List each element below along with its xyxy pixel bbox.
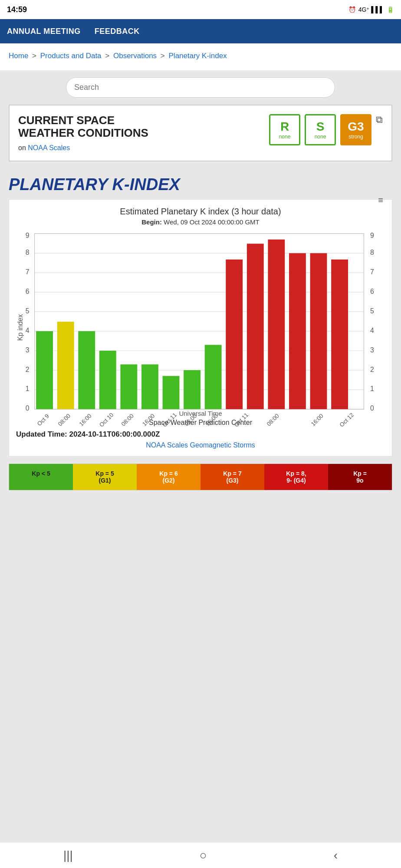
svg-text:7: 7 [26,268,30,276]
svg-text:8: 8 [370,249,374,256]
svg-text:0: 0 [370,405,374,412]
svg-rect-45 [310,253,327,409]
alarm-icon: ⏰ [348,6,356,13]
status-time: 14:59 [7,5,27,14]
nav-menu-button[interactable]: ||| [63,848,73,862]
nav-back-button[interactable]: ‹ [334,848,338,862]
breadcrumb-current[interactable]: Planetary K-index [169,52,227,60]
svg-rect-46 [331,260,348,409]
search-input[interactable] [66,77,335,98]
scale-cell-3: Kp = 7(G3) [200,464,264,490]
svg-text:3: 3 [370,346,374,354]
badge-r: R none [269,114,300,145]
breadcrumb: Home > Products and Data > Observations … [0,43,401,70]
chart-noaa-link[interactable]: NOAA Scales Geomagnetic Storms [16,441,385,449]
svg-rect-43 [268,240,285,409]
svg-text:2: 2 [370,366,374,373]
svg-rect-36 [120,365,137,409]
svg-text:Oct 9: Oct 9 [36,413,50,427]
chart-menu-icon[interactable]: ≡ [378,195,383,205]
nav-annual-meeting[interactable]: Annual Meeting [7,27,81,36]
breadcrumb-sep-1: > [32,52,39,60]
expand-icon[interactable]: ⧉ [376,114,383,125]
badge-g3-letter: G3 [348,120,364,134]
svg-text:6: 6 [370,288,374,295]
svg-text:16:00: 16:00 [78,413,92,427]
page-title: Planetary K-Index [0,168,401,199]
svg-text:Oct 11: Oct 11 [233,412,250,428]
chart-begin-value: Wed, 09 Oct 2024 00:00:00 GMT [164,218,260,226]
svg-rect-32 [36,331,53,409]
svg-text:4: 4 [370,327,374,334]
svg-rect-34 [78,331,95,409]
badge-s-label: none [315,134,326,140]
svg-text:2: 2 [26,366,30,373]
svg-text:Oct 10: Oct 10 [98,412,115,428]
noaa-scales-link[interactable]: NOAA Scales [28,144,70,151]
breadcrumb-sep-2: > [105,52,112,60]
breadcrumb-sep-3: > [161,52,167,60]
nav-home-button[interactable]: ○ [200,848,207,862]
badge-s-letter: S [316,120,325,134]
bottom-nav: ||| ○ ‹ [0,842,401,868]
svg-rect-41 [226,260,243,409]
breadcrumb-observations[interactable]: Observations [113,52,157,60]
signal-icon: 4G⁺ ▌▌▌ [358,6,384,13]
svg-text:7: 7 [370,268,374,276]
scale-cell-5: Kp =9o [328,464,392,490]
badge-group: R none S none G3 strong [269,114,371,145]
svg-text:08:00: 08:00 [57,413,72,427]
svg-rect-33 [57,322,74,409]
badge-s: S none [305,114,336,145]
svg-text:1: 1 [26,385,30,393]
breadcrumb-products[interactable]: Products and Data [40,52,102,60]
svg-text:4: 4 [26,327,30,334]
space-weather-card: CURRENT SPACEWEATHER CONDITIONS on NOAA … [9,105,392,162]
badge-r-label: none [279,134,291,140]
svg-text:8: 8 [26,249,30,256]
svg-text:5: 5 [26,307,30,315]
svg-rect-35 [99,351,116,409]
chart-svg: 0 1 2 3 4 5 6 7 8 9 0 1 2 3 4 5 6 7 8 9 … [16,233,385,433]
svg-text:08:00: 08:00 [266,413,280,427]
scale-legend: Kp < 5 Kp = 5(G1) Kp = 6(G2) Kp = 7(G3) … [9,464,392,490]
svg-text:Oct 11: Oct 11 [161,412,178,428]
svg-rect-39 [184,370,200,409]
svg-text:Oct 12: Oct 12 [339,412,355,428]
chart-container: Estimated Planetary K index (3 hour data… [9,199,392,457]
space-weather-info: CURRENT SPACEWEATHER CONDITIONS on NOAA … [18,114,148,152]
svg-text:9: 9 [370,233,374,239]
svg-text:16:00: 16:00 [141,413,156,427]
space-weather-title: CURRENT SPACEWEATHER CONDITIONS [18,114,148,140]
svg-text:Kp index: Kp index [16,314,24,341]
chart-title: Estimated Planetary K index (3 hour data… [16,207,385,217]
svg-text:6: 6 [26,288,30,295]
svg-text:0: 0 [26,405,30,412]
svg-text:16:00: 16:00 [310,413,325,427]
badge-r-letter: R [280,120,289,134]
battery-icon: 🔋 [387,6,394,13]
svg-text:1: 1 [370,385,374,393]
scale-cell-0: Kp < 5 [9,464,73,490]
chart-begin-label: Begin: [141,218,162,226]
badge-g3-label: strong [348,134,363,140]
svg-text:08:00: 08:00 [120,413,135,427]
scale-cell-4: Kp = 8,9- (G4) [264,464,328,490]
scale-cell-2: Kp = 6(G2) [137,464,200,490]
status-bar: 14:59 ⏰ 4G⁺ ▌▌▌ 🔋 [0,0,401,19]
svg-text:16:00: 16:00 [204,413,219,427]
svg-rect-42 [247,244,264,409]
space-weather-scales: on NOAA Scales [18,144,148,152]
svg-text:5: 5 [370,307,374,315]
svg-rect-38 [163,376,180,409]
nav-feedback[interactable]: Feedback [95,27,140,36]
svg-text:9: 9 [26,233,30,239]
svg-rect-44 [289,253,306,409]
svg-text:08:00: 08:00 [183,413,198,427]
svg-rect-37 [141,365,158,409]
badge-g3: G3 strong [340,114,371,145]
nav-bar: Annual Meeting Feedback [0,19,401,43]
status-icons: ⏰ 4G⁺ ▌▌▌ 🔋 [348,6,394,13]
svg-rect-40 [205,345,222,409]
breadcrumb-home[interactable]: Home [9,52,28,60]
